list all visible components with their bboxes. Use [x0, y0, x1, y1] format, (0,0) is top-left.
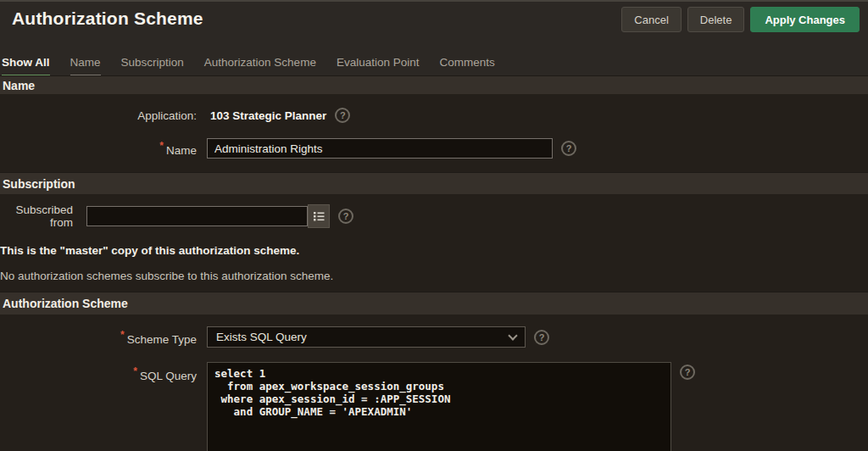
- scheme-type-label-text: Scheme Type: [127, 333, 197, 346]
- window-top-edge: [0, 0, 868, 2]
- tab-subscription[interactable]: Subscription: [121, 54, 184, 78]
- tab-authorization-scheme[interactable]: Authorization Scheme: [204, 54, 316, 78]
- tab-name-label: Name: [70, 54, 101, 69]
- name-region-header: Name: [0, 75, 868, 94]
- name-label: *Name: [0, 140, 197, 157]
- required-icon: *: [120, 329, 125, 341]
- authorization-scheme-page: Authorization Scheme Cancel Delete Apply…: [0, 0, 868, 451]
- subscription-region-header: Subscription: [0, 172, 868, 194]
- tab-comments[interactable]: Comments: [439, 54, 494, 78]
- required-icon: *: [133, 365, 137, 377]
- tab-evaluation-point[interactable]: Evaluation Point: [337, 54, 420, 78]
- sql-query-label: *SQL Query: [0, 362, 197, 382]
- tab-subscription-label: Subscription: [121, 54, 184, 69]
- no-subscribers-message: No authorization schemes subscribe to th…: [0, 270, 333, 282]
- sql-query-row: *SQL Query select 1 from apex_workspace_…: [0, 362, 868, 451]
- authorization-scheme-region-title: Authorization Scheme: [3, 297, 128, 310]
- tab-authorization-scheme-label: Authorization Scheme: [204, 54, 316, 69]
- subscribed-from-row: Subscribed from ?: [0, 204, 868, 228]
- list-of-values-button[interactable]: [308, 204, 330, 228]
- region-tabs: Show All Name Subscription Authorization…: [2, 54, 495, 78]
- delete-button[interactable]: Delete: [687, 7, 745, 32]
- scheme-type-row: *Scheme Type Exists SQL Query ?: [0, 326, 868, 348]
- subscription-region-title: Subscription: [3, 177, 75, 191]
- subscribed-from-label: Subscribed from: [0, 203, 73, 229]
- scheme-type-selected-value: Exists SQL Query: [216, 331, 307, 343]
- sql-query-textarea[interactable]: select 1 from apex_workspace_session_gro…: [207, 362, 671, 451]
- name-label-text: Name: [166, 144, 197, 157]
- application-value: 103 Strategic Planner: [210, 109, 326, 122]
- tab-show-all[interactable]: Show All: [2, 54, 50, 78]
- authorization-scheme-region-header: Authorization Scheme: [0, 292, 868, 315]
- list-of-values-icon: [313, 210, 325, 222]
- chevron-down-icon: [508, 331, 517, 340]
- help-icon[interactable]: ?: [335, 108, 350, 123]
- tab-comments-label: Comments: [439, 54, 494, 69]
- tab-show-all-label: Show All: [2, 54, 50, 69]
- tab-name[interactable]: Name: [70, 54, 101, 78]
- master-copy-message: This is the "master" copy of this author…: [0, 244, 299, 257]
- tab-evaluation-point-label: Evaluation Point: [337, 54, 420, 69]
- application-label: Application:: [0, 109, 197, 122]
- required-icon: *: [159, 140, 164, 152]
- scheme-type-select[interactable]: Exists SQL Query: [207, 326, 526, 348]
- cancel-button[interactable]: Cancel: [621, 7, 681, 32]
- help-icon[interactable]: ?: [338, 209, 353, 224]
- page-title: Authorization Scheme: [12, 8, 203, 29]
- help-icon[interactable]: ?: [561, 141, 576, 156]
- name-input[interactable]: [207, 138, 553, 159]
- name-region-title: Name: [3, 79, 35, 92]
- name-field-row: *Name ?: [0, 138, 868, 159]
- apply-changes-button[interactable]: Apply Changes: [750, 7, 860, 32]
- subscribed-from-input[interactable]: [86, 206, 308, 226]
- action-button-bar: Cancel Delete Apply Changes: [621, 7, 860, 32]
- help-icon[interactable]: ?: [534, 330, 549, 345]
- help-icon[interactable]: ?: [680, 365, 695, 380]
- name-region-body: [0, 94, 868, 172]
- application-row: Application: 103 Strategic Planner ?: [0, 107, 868, 124]
- scheme-type-label: *Scheme Type: [0, 329, 197, 346]
- sql-query-label-text: SQL Query: [140, 370, 197, 382]
